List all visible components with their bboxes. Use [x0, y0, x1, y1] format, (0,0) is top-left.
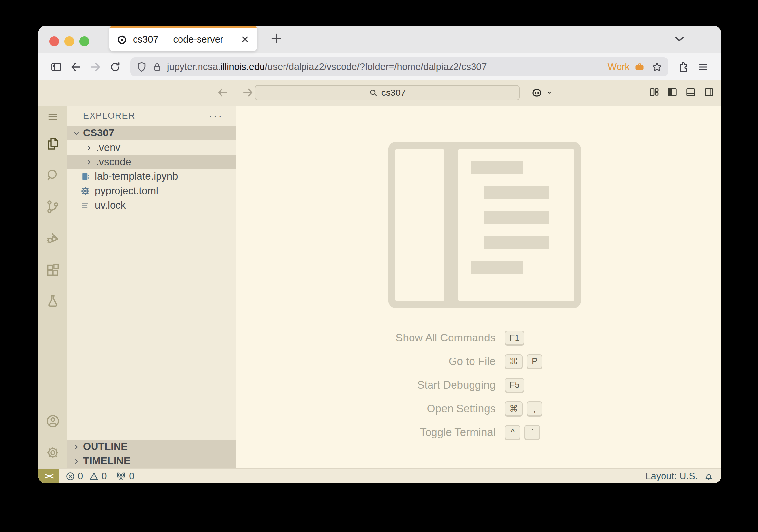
timeline-section-row[interactable]: TIMELINE — [67, 454, 236, 468]
folder-label: .vscode — [96, 156, 131, 168]
command-center-search[interactable]: cs307 — [255, 85, 520, 100]
keycap: P — [527, 354, 542, 369]
copilot-icon[interactable] — [531, 86, 553, 99]
lock-list-file-icon — [81, 200, 90, 210]
close-window-button[interactable] — [49, 36, 59, 46]
search-icon[interactable] — [38, 159, 67, 191]
sidebar-toggle-icon[interactable] — [48, 58, 65, 76]
settings-gear-icon[interactable] — [38, 437, 67, 468]
minimize-window-button[interactable] — [64, 36, 74, 46]
notebook-file-icon — [81, 172, 90, 182]
list-all-tabs-chevron-icon[interactable] — [672, 31, 686, 46]
status-bar: >< 0 0 0 Layout: U.S. — [38, 468, 721, 483]
bookmark-star-icon[interactable] — [651, 61, 663, 73]
tab-close-icon[interactable] — [241, 35, 250, 44]
extensions-puzzle-icon[interactable] — [675, 58, 692, 76]
problems-status[interactable]: 0 0 — [65, 471, 110, 482]
activity-bar — [38, 106, 67, 468]
views-and-more-actions-icon[interactable]: ··· — [209, 113, 223, 119]
briefcase-icon — [634, 62, 645, 72]
hint-label: Start Debugging — [321, 379, 505, 391]
file-row-uvlock[interactable]: uv.lock — [67, 198, 236, 213]
explorer-files-icon[interactable] — [38, 128, 67, 159]
history-forward-icon[interactable] — [241, 85, 255, 99]
navigation-toolbar: jupyter.ncsa.illinois.edu/user/dalpiaz2/… — [38, 53, 721, 80]
radio-tower-icon — [116, 471, 126, 482]
ports-status[interactable]: 0 — [116, 471, 137, 482]
toggle-panel-icon[interactable] — [685, 87, 696, 97]
chevron-right-icon — [85, 144, 93, 152]
file-label: uv.lock — [95, 199, 126, 211]
file-row-notebook[interactable]: lab-template.ipynb — [67, 169, 236, 184]
ports-count: 0 — [129, 471, 134, 482]
search-value: cs307 — [381, 87, 406, 98]
notifications-bell-icon[interactable] — [704, 471, 714, 481]
keycap: ^ — [505, 425, 520, 440]
folder-row-venv[interactable]: .venv — [67, 140, 236, 155]
errors-icon — [65, 471, 75, 481]
run-and-debug-icon[interactable] — [38, 222, 67, 254]
keycap: ⌘ — [505, 401, 523, 416]
extensions-icon[interactable] — [38, 254, 67, 285]
hint-row: Open Settings ⌘ , — [321, 397, 616, 420]
new-tab-button[interactable] — [268, 30, 285, 47]
container-tab-label: Work — [608, 61, 630, 72]
lock-icon[interactable] — [152, 62, 162, 72]
remote-indicator[interactable]: >< — [38, 469, 59, 483]
tab-bar: cs307 — code-server — [38, 26, 721, 53]
browser-window: cs307 — code-server — [38, 26, 721, 483]
file-label: pyproject.toml — [95, 185, 158, 197]
outline-section-row[interactable]: OUTLINE — [67, 440, 236, 454]
source-control-icon[interactable] — [38, 191, 67, 222]
errors-count: 0 — [78, 471, 83, 482]
vscode-watermark-graphic — [388, 142, 581, 308]
hint-label: Open Settings — [321, 402, 505, 415]
sidebar-title: EXPLORER — [83, 111, 209, 121]
tab-title: cs307 — code-server — [133, 34, 235, 45]
folder-row-vscode[interactable]: .vscode — [67, 155, 236, 169]
app-menu-hamburger-icon[interactable] — [695, 58, 712, 76]
toggle-secondary-sidebar-icon[interactable] — [704, 87, 714, 97]
url-text: jupyter.ncsa.illinois.edu/user/dalpiaz2/… — [167, 61, 603, 72]
layout-status-label[interactable]: Layout: U.S. — [645, 471, 698, 482]
accounts-icon[interactable] — [38, 405, 67, 437]
sidebar-header: EXPLORER ··· — [67, 106, 236, 126]
traffic-lights — [49, 36, 89, 46]
keycap: F5 — [505, 378, 524, 392]
tracking-shield-icon[interactable] — [136, 61, 147, 73]
keycap: ` — [524, 425, 540, 440]
section-label: OUTLINE — [83, 441, 128, 452]
back-button[interactable] — [67, 58, 84, 76]
toml-gear-file-icon — [81, 186, 90, 196]
customize-layout-icon[interactable] — [649, 87, 659, 97]
section-label: TIMELINE — [83, 455, 131, 467]
keycap: , — [527, 401, 542, 416]
history-back-icon[interactable] — [216, 85, 229, 99]
testing-flask-icon[interactable] — [38, 285, 67, 317]
file-label: lab-template.ipynb — [95, 171, 178, 183]
keycap: ⌘ — [505, 354, 523, 369]
keycap: F1 — [505, 331, 524, 345]
explorer-sidebar: EXPLORER ··· CS307 .venv .vscode — [67, 106, 236, 468]
chevron-right-icon — [85, 158, 93, 166]
hint-row: Start Debugging F5 — [321, 373, 616, 397]
hint-label: Toggle Terminal — [321, 426, 505, 439]
folder-root-row[interactable]: CS307 — [67, 126, 236, 140]
toggle-primary-sidebar-icon[interactable] — [667, 87, 677, 97]
url-bar[interactable]: jupyter.ncsa.illinois.edu/user/dalpiaz2/… — [130, 57, 669, 77]
editor-area: Show All Commands F1 Go to File ⌘ P Star… — [236, 106, 721, 468]
zoom-window-button[interactable] — [80, 36, 89, 46]
hint-label: Show All Commands — [321, 332, 505, 344]
reload-button[interactable] — [107, 58, 124, 76]
root-folder-label: CS307 — [83, 127, 114, 139]
menu-hamburger-icon[interactable] — [38, 106, 67, 128]
hint-label: Go to File — [321, 355, 505, 368]
hint-row: Toggle Terminal ^ ` — [321, 420, 616, 444]
folder-label: .venv — [96, 142, 121, 153]
warnings-icon — [89, 471, 99, 481]
hint-row: Go to File ⌘ P — [321, 349, 616, 373]
keyboard-shortcut-hints: Show All Commands F1 Go to File ⌘ P Star… — [321, 326, 616, 444]
forward-button[interactable] — [87, 58, 104, 76]
browser-tab[interactable]: cs307 — code-server — [109, 26, 257, 51]
file-row-pyproject[interactable]: pyproject.toml — [67, 184, 236, 198]
